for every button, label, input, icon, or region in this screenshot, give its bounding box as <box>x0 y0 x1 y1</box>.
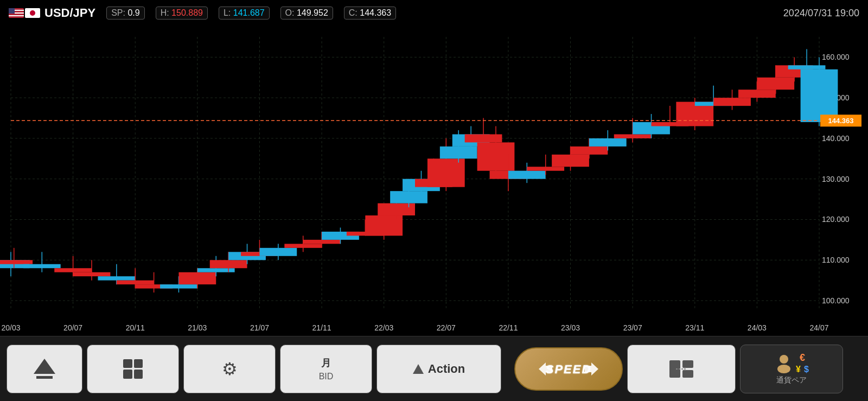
svg-text:SPEED: SPEED <box>546 362 592 376</box>
stat-open: O: 149.952 <box>280 7 333 20</box>
grid-icon <box>123 359 143 379</box>
pair-name: USD/JPY <box>44 6 95 20</box>
stat-low: L: 141.687 <box>219 7 270 20</box>
o-label: O: <box>285 8 295 17</box>
speed-button[interactable]: SPEED <box>514 347 623 391</box>
h-label: H: <box>161 8 169 17</box>
o-value: 149.952 <box>297 8 328 17</box>
jp-flag-icon <box>25 8 40 18</box>
layout-icon <box>668 359 694 379</box>
bid-button[interactable]: 月 BID <box>280 345 372 393</box>
us-flag-icon <box>9 8 24 18</box>
stat-sp: SP: 0.9 <box>106 7 145 20</box>
stat-high: H: 150.889 <box>156 7 208 20</box>
svg-rect-4 <box>682 360 693 368</box>
action-label: Action <box>428 362 465 376</box>
layout-button[interactable] <box>627 345 736 393</box>
currency-symbol-stack: € ¥ $ <box>796 352 809 374</box>
currency-content: € ¥ $ 通貨ペア <box>774 352 809 385</box>
svg-point-6 <box>780 355 788 364</box>
currency-pair-button[interactable]: € ¥ $ 通貨ペア <box>740 345 843 393</box>
settings-button[interactable]: ⚙ <box>183 345 276 393</box>
currency-icons-row: € ¥ $ <box>774 352 809 374</box>
chart-header: USD/JPY SP: 0.9 H: 150.889 L: 141.687 O:… <box>0 0 868 26</box>
action-button[interactable]: Action <box>376 345 501 393</box>
upload-button[interactable] <box>7 345 82 393</box>
dollar-symbol: $ <box>804 365 809 374</box>
bid-label: BID <box>319 372 334 381</box>
grid-cell-3 <box>123 370 132 379</box>
grid-cell-2 <box>134 359 143 368</box>
grid-cell-1 <box>123 359 132 368</box>
l-value: 141.687 <box>233 8 265 17</box>
bottom-toolbar: ⚙ 月 BID Action SPEED <box>0 336 868 401</box>
chart-area[interactable] <box>0 26 868 336</box>
euro-symbol: € <box>796 352 809 364</box>
chart-datetime: 2024/07/31 19:00 <box>783 8 859 19</box>
currency-bottom-symbols: ¥ $ <box>796 365 809 374</box>
yen-symbol: ¥ <box>796 365 801 374</box>
svg-rect-5 <box>682 370 693 378</box>
speed-icon: SPEED <box>536 358 601 380</box>
c-value: 144.363 <box>360 8 391 17</box>
currency-person-icon <box>774 354 794 373</box>
grid-button[interactable] <box>87 345 179 393</box>
grid-cell-4 <box>134 370 143 379</box>
currency-pair-label: 通貨ペア <box>776 375 807 385</box>
l-label: L: <box>224 8 231 17</box>
bid-month-label: 月 <box>321 357 331 370</box>
sp-value: 0.9 <box>127 8 139 17</box>
sp-label: SP: <box>111 8 125 17</box>
upload-bar-icon <box>36 376 53 379</box>
currency-pair-info: USD/JPY <box>9 6 95 20</box>
flag-icons <box>9 8 40 18</box>
stat-close: C: 144.363 <box>344 7 396 20</box>
upload-icon <box>34 359 55 374</box>
c-label: C: <box>349 8 358 17</box>
action-text-container: Action <box>413 362 465 376</box>
h-value: 150.889 <box>171 8 203 17</box>
candlestick-chart[interactable] <box>0 26 868 336</box>
gear-icon: ⚙ <box>222 359 238 379</box>
svg-point-7 <box>777 365 790 373</box>
action-triangle-icon <box>413 364 424 374</box>
